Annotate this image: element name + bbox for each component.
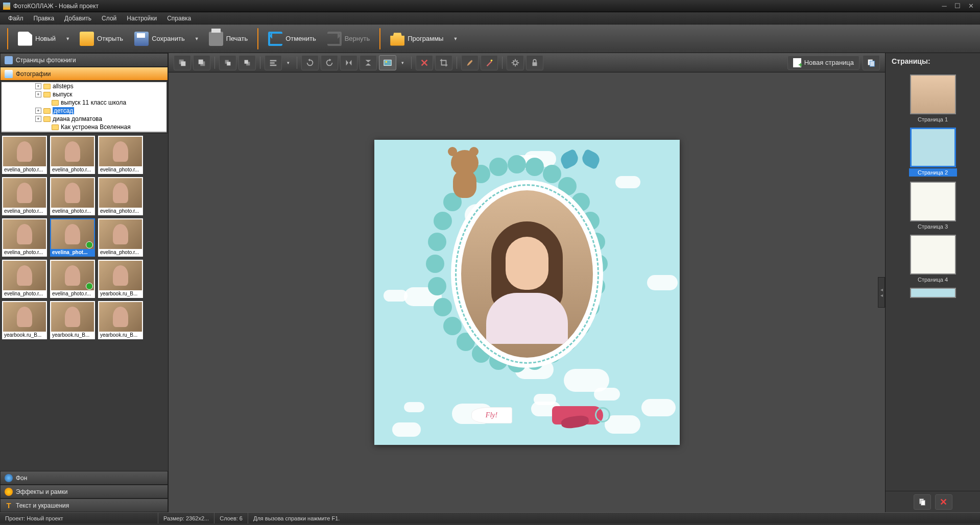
page-thumb[interactable] [909,288,957,298]
panel-collapse-handle[interactable]: ◂◂ [878,277,885,308]
tree-item[interactable]: +детсад [2,107,166,115]
backward-button[interactable] [238,55,256,70]
tab-label: Текст и украшения [16,502,69,509]
tab-effects[interactable]: Эффекты и рамки [0,485,168,498]
save-button[interactable]: Сохранить [130,29,189,48]
photo-thumb[interactable]: evelina_photo.r... [98,177,143,215]
expand-icon[interactable]: + [35,91,41,97]
page-thumb[interactable]: Страница 1 [909,74,957,122]
crop-icon [439,58,448,67]
photo-thumb[interactable]: yearbook.ru_B... [98,260,143,298]
thumb-label: evelina_phot... [51,249,94,256]
minimize-button[interactable]: ─ [938,2,950,11]
forward-button[interactable] [219,55,236,70]
save-dropdown[interactable]: ▼ [192,36,202,41]
photo-thumb[interactable]: evelina_photo.r... [2,136,47,174]
photo-thumb[interactable]: evelina_photo.r... [50,260,95,298]
menu-edit[interactable]: Правка [29,13,60,23]
delete-button[interactable] [416,55,433,70]
thumb-image [3,178,46,208]
plane-sticker[interactable] [542,394,613,435]
photo-thumb[interactable]: evelina_photo.r... [50,136,95,174]
thumb-image [3,261,46,290]
bring-front-button[interactable] [174,55,191,70]
photo-thumb[interactable]: evelina_photo.r... [2,177,47,215]
menu-file[interactable]: Файл [3,13,29,23]
thumb-image [3,302,46,332]
open-button[interactable]: Открыть [75,29,128,48]
photo-thumb[interactable]: evelina_photo.r... [98,136,143,174]
menu-layer[interactable]: Слой [97,13,122,23]
photo-thumb[interactable]: yearbook.ru_B... [50,301,95,339]
redo-button[interactable]: Вернуть [323,29,375,48]
tree-item[interactable]: +allsteps [2,82,166,90]
close-button[interactable]: ✕ [965,2,977,11]
tab-text[interactable]: T Текст и украшения [0,498,168,512]
brush-button[interactable] [461,55,479,70]
programs-dropdown[interactable]: ▼ [450,36,461,41]
tree-item[interactable]: Как устроена Вселенная [2,123,166,131]
pages-list[interactable]: Страница 1Страница 2Страница 3Страница 4 [886,69,980,491]
thumb-image [51,302,94,332]
align-dropdown[interactable]: ▾ [284,60,293,65]
programs-button[interactable]: Программы [386,29,448,48]
canvas-area[interactable]: Fly! ◂◂ [169,72,885,512]
bear-sticker[interactable] [441,145,487,201]
new-button[interactable]: Новый [13,29,60,48]
fit-dropdown[interactable]: ▾ [398,60,407,65]
menu-add[interactable]: Добавить [59,13,97,23]
expand-icon[interactable]: + [35,83,41,89]
banner-sticker[interactable]: Fly! [471,407,512,423]
duplicate-page-button[interactable] [863,55,880,70]
flip-v-button[interactable] [360,55,377,70]
tab-photobook-pages[interactable]: Страницы фотокниги [0,53,168,67]
tree-item[interactable]: +выпуск [2,90,166,98]
photo-thumb[interactable]: evelina_photo.r... [2,260,47,298]
expand-icon[interactable]: + [35,108,41,114]
flip-h-button[interactable] [340,55,357,70]
bow-sticker[interactable] [560,147,601,178]
lock-button[interactable] [526,55,543,70]
expand-icon[interactable]: + [35,116,41,122]
page-thumb[interactable]: Страница 4 [909,235,957,283]
send-back-button[interactable] [193,55,210,70]
copy-page-button[interactable] [914,494,931,510]
tree-item[interactable]: +диана долматова [2,115,166,123]
page-label: Страница 4 [909,274,957,283]
tree-item[interactable]: выпуск 11 класс школа [2,98,166,107]
align-button[interactable] [265,55,282,70]
photo-thumb[interactable]: evelina_photo.r... [2,218,47,257]
new-page-button[interactable]: Новая страница [787,56,859,70]
photo-thumb[interactable]: yearbook.ru_B... [2,301,47,339]
tab-photos[interactable]: Фотографии [0,67,168,81]
fit-button[interactable] [379,55,396,70]
rotate-right-button[interactable] [321,55,338,70]
tab-background[interactable]: Фон [0,471,168,485]
folder-tree[interactable]: +allsteps+выпусквыпуск 11 класс школа+де… [1,82,167,133]
new-dropdown[interactable]: ▼ [62,36,73,41]
new-page-icon [793,58,801,67]
photo-thumb[interactable]: evelina_phot... [50,218,95,257]
undo-button[interactable]: Отменить [264,29,320,48]
photo[interactable] [461,190,593,358]
photo-frame[interactable] [448,177,606,371]
delete-page-button[interactable]: ✕ [935,494,952,510]
canvas[interactable]: Fly! [374,140,680,445]
print-button[interactable]: Печать [204,29,253,48]
magic-button[interactable] [481,55,498,70]
photo-thumb[interactable]: evelina_photo.r... [50,177,95,215]
tree-label: диана долматова [53,115,102,122]
scrollbar[interactable] [2,131,166,133]
menu-help[interactable]: Справка [162,13,196,23]
page-thumb[interactable]: Страница 2 [909,128,957,177]
photo-thumb[interactable]: yearbook.ru_B... [98,301,143,339]
crop-button[interactable] [435,55,452,70]
maximize-button[interactable]: ☐ [951,2,964,11]
separator [297,57,297,69]
menu-settings[interactable]: Настройки [122,13,162,23]
photo-grid[interactable]: evelina_photo.r...evelina_photo.r...evel… [0,134,168,471]
rotate-left-button[interactable] [301,55,319,70]
settings-button[interactable] [507,55,524,70]
photo-thumb[interactable]: evelina_photo.r... [98,218,143,257]
page-thumb[interactable]: Страница 3 [909,182,957,230]
